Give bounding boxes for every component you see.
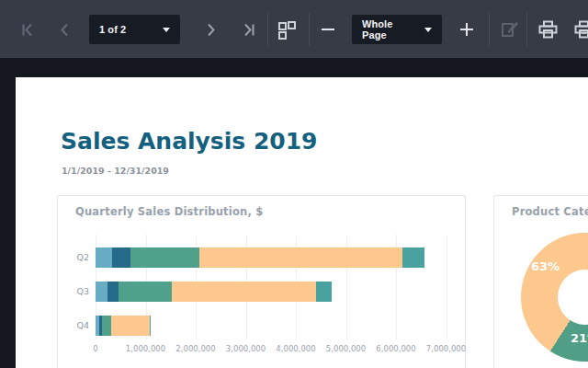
next-page-icon: [203, 22, 219, 38]
bar-segment-Q2-segment-2: [112, 247, 130, 268]
donut-hole: [558, 270, 588, 325]
x-axis-tick: 1,000,000: [126, 344, 165, 353]
zoom-selector[interactable]: Whole Page: [352, 15, 442, 44]
donut-slice-label: 63%: [531, 259, 560, 273]
toolbar-separator: [526, 13, 527, 46]
bar-segment-Q2-segment-4: [199, 247, 402, 268]
chevron-down-icon: [163, 28, 170, 32]
category-label: Q2: [62, 252, 89, 262]
donut-chart-title: Product Categories: [512, 205, 588, 218]
zoom-selector-value: Whole Page: [362, 18, 415, 40]
bar-segment-Q3-segment-5: [316, 282, 332, 302]
toolbar-separator: [267, 13, 268, 46]
toolbar-separator: [309, 13, 310, 46]
gridline: [447, 235, 447, 339]
next-page-button[interactable]: [195, 14, 226, 45]
bar-segment-Q4-segment-3: [102, 316, 111, 336]
page-selector-value: 1 of 2: [99, 24, 126, 35]
print-page-button[interactable]: [568, 14, 588, 45]
zoom-in-button[interactable]: [451, 14, 482, 45]
print-icon: [537, 19, 558, 40]
zoom-out-button[interactable]: [312, 14, 344, 45]
x-axis-tick: 6,000,000: [376, 344, 415, 353]
document-page: Sales Analysis 2019 1/1/2019 - 12/31/201…: [16, 77, 588, 368]
donut-chart: 63% 21%: [521, 233, 588, 362]
category-label: Q4: [62, 320, 89, 330]
donut-slice-label: 21%: [571, 331, 588, 345]
bar-segment-Q3-segment-4: [172, 282, 316, 302]
previous-page-button[interactable]: [49, 14, 80, 45]
toolbar-separator: [489, 13, 490, 46]
x-axis-tick: 3,000,000: [226, 344, 266, 353]
first-page-button[interactable]: [12, 14, 43, 45]
page-selector[interactable]: 1 of 2: [89, 15, 180, 44]
bar-segment-Q2-segment-5: [402, 247, 424, 268]
bar-segment-Q3-segment-3: [119, 282, 172, 302]
toolbar: 1 of 2 Whole Page: [0, 0, 588, 58]
zoom-in-icon: [458, 21, 475, 38]
previous-page-icon: [57, 22, 73, 38]
donut-chart-card: Product Categories 63% 21%: [493, 195, 588, 368]
category-label: Q3: [62, 286, 89, 296]
bar-chart-card: Quarterly Sales Distribution, $ 01,000,0…: [57, 195, 466, 368]
last-page-button[interactable]: [232, 14, 264, 45]
x-axis-tick: 4,000,000: [276, 344, 315, 353]
bar-chart-title: Quarterly Sales Distribution, $: [75, 205, 263, 218]
report-date-range: 1/1/2019 - 12/31/2019: [62, 166, 169, 176]
chevron-down-icon: [424, 28, 432, 32]
page-title: Sales Analysis 2019: [61, 128, 317, 155]
bar-segment-Q3-segment-2: [107, 282, 119, 302]
x-axis-tick: 0: [93, 344, 97, 353]
x-axis-tick: 7,000,000: [426, 344, 466, 353]
bar-segment-Q3-segment-1: [96, 282, 107, 302]
first-page-icon: [20, 22, 36, 38]
x-axis-tick: 5,000,000: [326, 344, 366, 353]
thumbnails-button[interactable]: [271, 14, 302, 45]
print-page-icon: [573, 19, 588, 40]
edit-annotations-button[interactable]: [494, 14, 526, 45]
x-axis-tick: 2,000,000: [175, 344, 215, 353]
report-viewer: 1 of 2 Whole Page: [0, 0, 588, 368]
bar-segment-Q2-segment-3: [130, 247, 199, 268]
zoom-out-icon: [320, 21, 336, 38]
bar-chart-plot: 01,000,0002,000,0003,000,0004,000,0005,0…: [96, 235, 463, 363]
bar-segment-Q4-segment-5: [150, 316, 152, 336]
last-page-icon: [241, 22, 256, 38]
bar-segment-Q2-segment-1: [96, 247, 112, 268]
print-button[interactable]: [532, 14, 563, 45]
bar-segment-Q4-segment-4: [111, 316, 150, 336]
thumbnails-icon: [277, 20, 297, 40]
edit-icon: [500, 19, 520, 40]
